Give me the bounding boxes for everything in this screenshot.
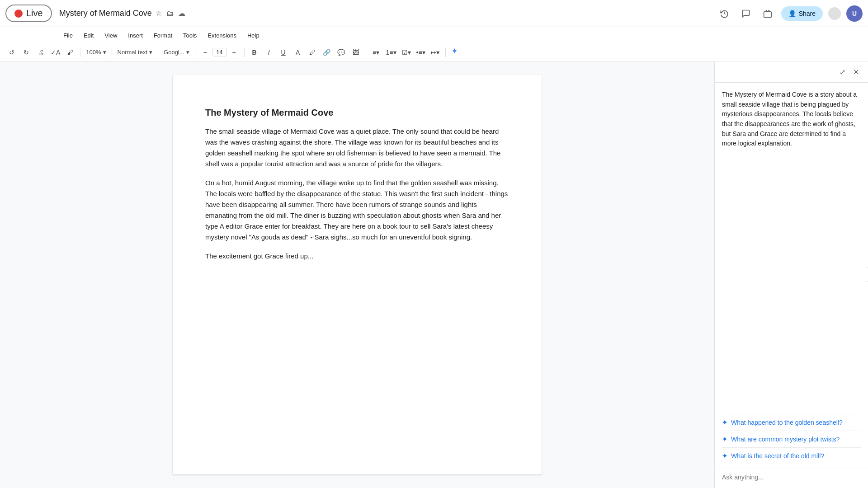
share-label: Share xyxy=(799,10,816,17)
folder-icon[interactable]: 🗂 xyxy=(166,9,174,18)
share-button[interactable]: 👤 Share xyxy=(781,6,823,21)
font-color-button[interactable]: A xyxy=(292,46,304,59)
style-label: Normal text xyxy=(118,49,147,56)
divider-6 xyxy=(366,48,366,57)
redo-button[interactable]: ↻ xyxy=(20,46,33,59)
doc-paragraph-2[interactable]: On a hot, humid August morning, the vill… xyxy=(205,178,509,243)
doc-area: The Mystery of Mermaid Cove The small se… xyxy=(0,61,714,488)
font-size-decrease[interactable]: − xyxy=(199,46,212,59)
live-dot xyxy=(14,9,23,18)
ai-panel-header: ⤢ ✕ xyxy=(715,61,868,83)
zoom-dropdown-icon: ▾ xyxy=(103,49,106,56)
indent-button[interactable]: ↦▾ xyxy=(429,46,442,59)
ai-panel: ⤢ ✕ The Mystery of Mermaid Cove is a sto… xyxy=(714,61,868,488)
style-select[interactable]: Normal text ▾ xyxy=(116,48,154,56)
suggestion-label-1: What happened to the golden seashell? xyxy=(731,419,843,426)
menu-edit[interactable]: Edit xyxy=(79,30,98,41)
bold-button[interactable]: B xyxy=(248,46,261,59)
italic-button[interactable]: I xyxy=(263,46,275,59)
font-select[interactable]: Googl... ▾ xyxy=(162,48,191,56)
style-dropdown-icon: ▾ xyxy=(149,49,152,56)
user-avatar[interactable]: U xyxy=(846,5,863,22)
suggestion-2[interactable]: ✦ What are common mystery plot twists? xyxy=(722,431,861,447)
list-ol-button[interactable]: 1≡▾ xyxy=(384,46,398,59)
spellcheck-button[interactable]: ✓A xyxy=(49,46,62,59)
live-badge: Live xyxy=(5,5,52,22)
ai-ask-input[interactable] xyxy=(722,472,861,483)
image-button[interactable]: 🖼 xyxy=(349,46,362,59)
gemini-button[interactable]: ✦ xyxy=(449,46,462,59)
font-size-input[interactable] xyxy=(212,48,227,56)
history-icon[interactable] xyxy=(716,5,732,22)
zoom-select[interactable]: 100% ▾ xyxy=(84,48,108,56)
main-area: The Mystery of Mermaid Cove The small se… xyxy=(0,61,868,488)
ai-input-area xyxy=(715,468,868,488)
doc-page: The Mystery of Mermaid Cove The small se… xyxy=(173,75,542,474)
doc-paragraph-3[interactable]: The excitement got Grace fired up... xyxy=(205,251,509,262)
print-button[interactable]: 🖨 xyxy=(34,46,47,59)
meeting-icon[interactable] xyxy=(760,5,776,22)
spark-icon-3: ✦ xyxy=(722,452,727,460)
panel-collapse-button[interactable]: ‹ xyxy=(866,267,868,282)
menubar: File Edit View Insert Format Tools Exten… xyxy=(0,27,868,43)
menu-insert[interactable]: Insert xyxy=(123,30,147,41)
menu-format[interactable]: Format xyxy=(149,30,177,41)
close-icon[interactable]: ✕ xyxy=(849,65,863,79)
link-button[interactable]: 🔗 xyxy=(321,46,333,59)
toolbar: ↺ ↻ 🖨 ✓A 🖌 100% ▾ Normal text ▾ Googl...… xyxy=(0,43,868,61)
svg-rect-0 xyxy=(764,11,771,17)
font-label: Googl... xyxy=(164,49,184,56)
divider-1 xyxy=(80,48,80,57)
paint-format-button[interactable]: 🖌 xyxy=(64,46,76,59)
divider-2 xyxy=(112,48,112,57)
underline-button[interactable]: U xyxy=(277,46,290,59)
divider-3 xyxy=(158,48,158,57)
share-icon: 👤 xyxy=(788,10,796,17)
divider-4 xyxy=(195,48,195,57)
suggestion-label-3: What is the secret of the old mill? xyxy=(731,452,824,460)
suggestion-label-2: What are common mystery plot twists? xyxy=(731,436,840,443)
ai-suggestions: ✦ What happened to the golden seashell? … xyxy=(715,414,868,468)
ai-summary: The Mystery of Mermaid Cove is a story a… xyxy=(715,83,868,156)
menu-view[interactable]: View xyxy=(100,30,122,41)
comments-icon[interactable] xyxy=(738,5,754,22)
topbar-right: 👤 Share U xyxy=(716,5,863,22)
expand-icon[interactable]: ⤢ xyxy=(835,65,849,79)
topbar: Live Mystery of Mermaid Cove ☆ 🗂 ☁ xyxy=(0,0,868,27)
font-dropdown-icon: ▾ xyxy=(186,49,189,56)
live-label: Live xyxy=(26,8,43,19)
suggestion-1[interactable]: ✦ What happened to the golden seashell? xyxy=(722,414,861,431)
suggestion-3[interactable]: ✦ What is the secret of the old mill? xyxy=(722,447,861,464)
menu-tools[interactable]: Tools xyxy=(179,30,201,41)
highlight-button[interactable]: 🖊 xyxy=(306,46,319,59)
font-size-increase[interactable]: + xyxy=(228,46,241,59)
doc-title-text: The Mystery of Mermaid Cove xyxy=(205,108,509,118)
checklist-button[interactable]: ☑▾ xyxy=(400,46,413,59)
align-button[interactable]: ≡▾ xyxy=(370,46,382,59)
spark-icon-2: ✦ xyxy=(722,436,727,443)
cloud-icon[interactable]: ☁ xyxy=(178,9,185,18)
divider-5 xyxy=(244,48,245,57)
menu-help[interactable]: Help xyxy=(243,30,264,41)
title-icons: ☆ 🗂 ☁ xyxy=(156,9,185,18)
font-size-area: − + xyxy=(199,46,241,59)
doc-paragraph-1[interactable]: The small seaside village of Mermaid Cov… xyxy=(205,126,509,169)
star-icon[interactable]: ☆ xyxy=(156,9,162,18)
collaborator-avatar xyxy=(828,7,841,20)
list-ul-button[interactable]: •≡▾ xyxy=(415,46,427,59)
menu-file[interactable]: File xyxy=(59,30,77,41)
undo-button[interactable]: ↺ xyxy=(5,46,18,59)
divider-7 xyxy=(445,48,446,57)
doc-title: Mystery of Mermaid Cove xyxy=(59,9,152,18)
menu-extensions[interactable]: Extensions xyxy=(203,30,241,41)
spark-icon-1: ✦ xyxy=(722,419,727,426)
comment-button[interactable]: 💬 xyxy=(335,46,348,59)
